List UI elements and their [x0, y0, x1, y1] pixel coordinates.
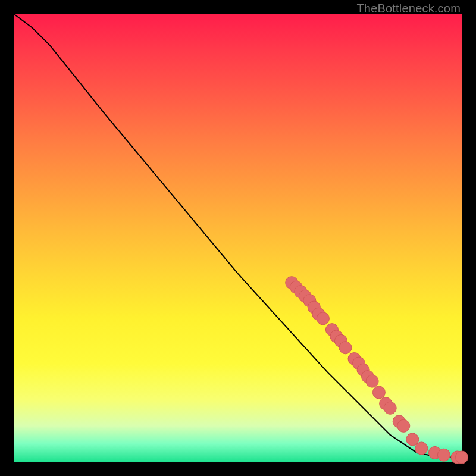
data-marker — [397, 419, 410, 432]
data-marker — [437, 449, 450, 461]
data-marker — [415, 442, 428, 455]
marker-group — [286, 277, 468, 464]
data-marker — [317, 312, 329, 325]
chart-frame: TheBottleneck.com — [0, 0, 476, 476]
data-marker — [366, 375, 378, 387]
data-marker — [384, 402, 396, 414]
attribution-text: TheBottleneck.com — [356, 2, 461, 15]
chart-overlay-svg — [14, 14, 462, 462]
data-marker — [455, 451, 468, 464]
bottleneck-curve — [14, 14, 462, 457]
data-marker — [339, 342, 352, 354]
data-marker — [372, 386, 385, 399]
